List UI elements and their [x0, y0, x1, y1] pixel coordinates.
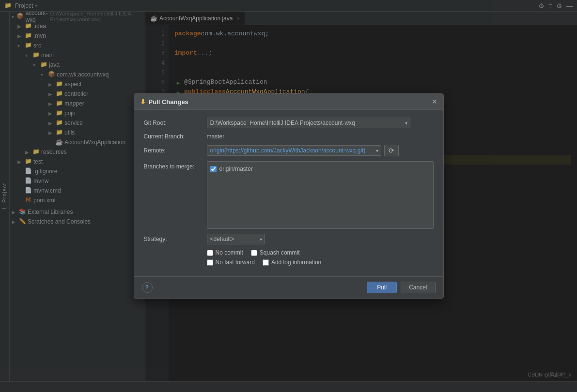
- branch-label: origin/master: [219, 166, 253, 172]
- dialog-overlay: ⬇ Pull Changes ✕ Git Root: D:\Workspace_…: [0, 0, 577, 392]
- remote-row: Remote: origin(https://github.com/JackyW…: [144, 145, 434, 156]
- git-root-row: Git Root: D:\Workspace_Home\IntelliJ IDE…: [144, 118, 434, 128]
- no-commit-label: No commit: [216, 249, 243, 256]
- branches-row: Branches to merge: origin/master: [144, 161, 434, 229]
- remote-label: Remote:: [144, 147, 207, 154]
- footer-buttons: Pull Cancel: [367, 282, 435, 293]
- add-log-label: Add log information: [271, 259, 321, 266]
- squash-commit-checkbox-item: Squash commit: [251, 249, 300, 256]
- strategy-label: Strategy:: [144, 236, 207, 242]
- dialog-title-text: Pull Changes: [149, 98, 188, 106]
- add-log-checkbox[interactable]: [263, 259, 269, 266]
- current-branch-value: master: [207, 133, 225, 140]
- dialog-footer: ? Pull Cancel: [134, 276, 443, 298]
- branch-checkbox[interactable]: [210, 166, 217, 172]
- checkboxes-row-1: No commit Squash commit: [144, 249, 434, 256]
- checkboxes-row-2: No fast forward Add log information: [144, 259, 434, 266]
- strategy-select[interactable]: <default>: [207, 234, 265, 244]
- no-fast-forward-checkbox[interactable]: [207, 259, 213, 266]
- no-fast-forward-checkbox-item: No fast forward: [207, 259, 255, 266]
- refresh-remote-button[interactable]: ⟳: [384, 145, 399, 156]
- git-root-select[interactable]: D:\Workspace_Home\IntelliJ IDEA Projects…: [207, 118, 410, 128]
- no-fast-forward-label: No fast forward: [216, 259, 255, 266]
- branch-item-origin-master: origin/master: [210, 165, 430, 173]
- pull-button[interactable]: Pull: [367, 282, 397, 293]
- branches-box: origin/master: [207, 161, 434, 229]
- branches-label: Branches to merge:: [144, 161, 207, 170]
- strategy-select-wrap: <default>: [207, 234, 265, 244]
- remote-select[interactable]: origin(https://github.com/JackyWithJacks…: [207, 145, 381, 156]
- remote-wrapper: origin(https://github.com/JackyWithJacks…: [207, 145, 399, 156]
- git-icon: ⬇: [140, 98, 146, 106]
- git-root-select-wrapper: D:\Workspace_Home\IntelliJ IDEA Projects…: [207, 118, 410, 128]
- remote-select-wrap: origin(https://github.com/JackyWithJacks…: [207, 145, 381, 156]
- squash-commit-checkbox[interactable]: [251, 250, 257, 256]
- pull-changes-dialog: ⬇ Pull Changes ✕ Git Root: D:\Workspace_…: [134, 93, 444, 299]
- help-button[interactable]: ?: [142, 282, 153, 293]
- no-commit-checkbox-item: No commit: [207, 249, 243, 256]
- dialog-title: ⬇ Pull Changes: [140, 98, 188, 106]
- dialog-close-button[interactable]: ✕: [432, 98, 437, 106]
- git-root-label: Git Root:: [144, 120, 207, 126]
- dialog-body: Git Root: D:\Workspace_Home\IntelliJ IDE…: [134, 110, 443, 276]
- no-commit-checkbox[interactable]: [207, 250, 213, 256]
- dialog-title-bar: ⬇ Pull Changes ✕: [134, 94, 443, 110]
- current-branch-label: Current Branch:: [144, 133, 207, 140]
- add-log-checkbox-item: Add log information: [263, 259, 321, 266]
- cancel-button[interactable]: Cancel: [401, 282, 435, 293]
- strategy-row: Strategy: <default>: [144, 234, 434, 244]
- current-branch-row: Current Branch: master: [144, 133, 434, 140]
- squash-commit-label: Squash commit: [260, 249, 300, 256]
